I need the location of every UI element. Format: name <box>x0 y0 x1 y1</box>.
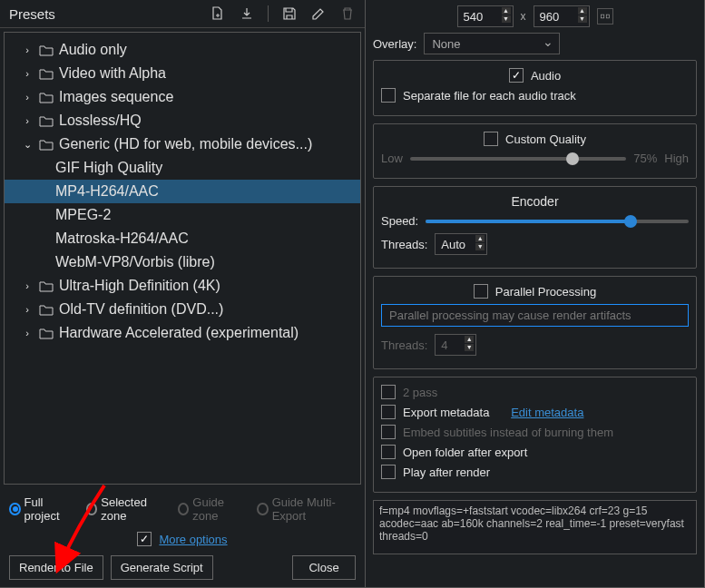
svg-rect-0 <box>601 15 603 18</box>
chevron-icon: › <box>21 44 34 56</box>
folder-icon <box>39 114 54 127</box>
presets-title: Presets <box>9 6 55 22</box>
speed-slider[interactable] <box>426 220 689 223</box>
tree-preset-item[interactable]: MP4-H264/AAC <box>5 180 360 203</box>
chevron-icon: › <box>21 67 34 80</box>
folder-icon <box>39 67 54 80</box>
tree-preset-item[interactable]: MPEG-2 <box>5 203 360 227</box>
new-file-icon[interactable] <box>210 5 226 22</box>
tree-folder[interactable]: ⌄Generic (HD for web, mobile devices...) <box>5 132 360 156</box>
tree-folder[interactable]: ›Audio only <box>5 38 360 62</box>
download-icon[interactable] <box>239 5 255 22</box>
tree-preset-item[interactable]: GIF High Quality <box>5 156 360 180</box>
parallel-checkbox[interactable] <box>474 284 488 299</box>
radio-selected-zone[interactable]: Selected zone <box>86 495 165 523</box>
overlay-row: Overlay: None <box>373 33 697 54</box>
tree-preset-item[interactable]: Matroska-H264/AAC <box>5 227 360 250</box>
quality-slider <box>410 157 626 161</box>
more-options-checkbox[interactable] <box>137 532 152 546</box>
tree-folder[interactable]: ›Hardware Accelerated (experimental) <box>5 321 360 345</box>
render-options-group: 2 pass Export metadata Edit metadata Emb… <box>373 377 697 493</box>
close-button[interactable]: Close <box>292 555 356 580</box>
command-output[interactable] <box>373 500 697 554</box>
encoder-group: Encoder Speed: Threads: Auto ▲▼ <box>373 186 697 269</box>
export-metadata-checkbox[interactable] <box>381 405 396 419</box>
threads-input[interactable]: Auto ▲▼ <box>435 233 487 255</box>
audio-checkbox[interactable] <box>509 68 524 83</box>
tree-folder[interactable]: ›Video with Alpha <box>5 62 360 85</box>
chevron-icon: › <box>21 114 34 127</box>
folder-icon <box>39 138 54 151</box>
radio-guide-multi: Guide Multi-Export <box>257 495 356 523</box>
play-after-checkbox[interactable] <box>381 465 396 479</box>
custom-quality-checkbox[interactable] <box>484 132 498 146</box>
height-input[interactable]: 960 ▲▼ <box>534 5 590 27</box>
more-options-link[interactable]: More options <box>159 533 227 546</box>
edit-icon[interactable] <box>310 5 327 22</box>
two-pass-checkbox <box>381 385 396 399</box>
chevron-icon: › <box>21 303 34 316</box>
size-row: 540 ▲▼ x 960 ▲▼ <box>373 5 697 27</box>
range-radio-group: Full project Selected zone Guide zone Gu… <box>9 495 356 523</box>
tree-folder[interactable]: ›Ultra-High Definition (4K) <box>5 274 360 298</box>
folder-icon <box>39 279 54 292</box>
embed-subtitles-checkbox <box>381 425 396 439</box>
width-input[interactable]: 540 ▲▼ <box>457 5 514 27</box>
chevron-icon: › <box>21 91 34 103</box>
open-folder-checkbox[interactable] <box>381 445 396 459</box>
save-icon[interactable] <box>281 5 298 22</box>
overlay-select[interactable]: None <box>424 33 560 54</box>
parallel-threads-input: 4 ▲▼ <box>435 334 476 356</box>
separate-audio-checkbox[interactable] <box>381 88 396 103</box>
folder-icon <box>39 91 54 103</box>
tree-folder[interactable]: ›Images sequence <box>5 85 360 109</box>
chevron-icon: ⌄ <box>21 138 34 151</box>
folder-icon <box>39 327 54 339</box>
audio-group: Audio Separate file for each audio track <box>373 60 697 116</box>
radio-full-project[interactable]: Full project <box>9 495 73 523</box>
parallel-warning-input[interactable] <box>381 304 689 327</box>
render-to-file-button[interactable]: Render to File <box>9 555 103 580</box>
folder-icon <box>39 44 54 56</box>
link-dimensions-icon[interactable] <box>597 8 613 24</box>
folder-icon <box>39 303 54 316</box>
parallel-group: Parallel Processing Threads: 4 ▲▼ <box>373 276 697 369</box>
presets-tree[interactable]: ›Audio only›Video with Alpha›Images sequ… <box>4 32 361 485</box>
generate-script-button[interactable]: Generate Script <box>111 555 213 580</box>
tree-preset-item[interactable]: WebM-VP8/Vorbis (libre) <box>5 250 360 274</box>
svg-rect-1 <box>606 15 609 18</box>
tree-folder[interactable]: ›Lossless/HQ <box>5 109 360 132</box>
presets-header: Presets <box>0 0 365 28</box>
chevron-icon: › <box>21 327 34 339</box>
delete-icon[interactable] <box>339 5 356 22</box>
quality-group: Custom Quality Low 75% High <box>373 123 697 179</box>
edit-metadata-link[interactable]: Edit metadata <box>511 406 583 419</box>
radio-guide-zone: Guide zone <box>178 495 244 523</box>
tree-folder[interactable]: ›Old-TV definition (DVD...) <box>5 298 360 321</box>
chevron-icon: › <box>21 279 34 292</box>
